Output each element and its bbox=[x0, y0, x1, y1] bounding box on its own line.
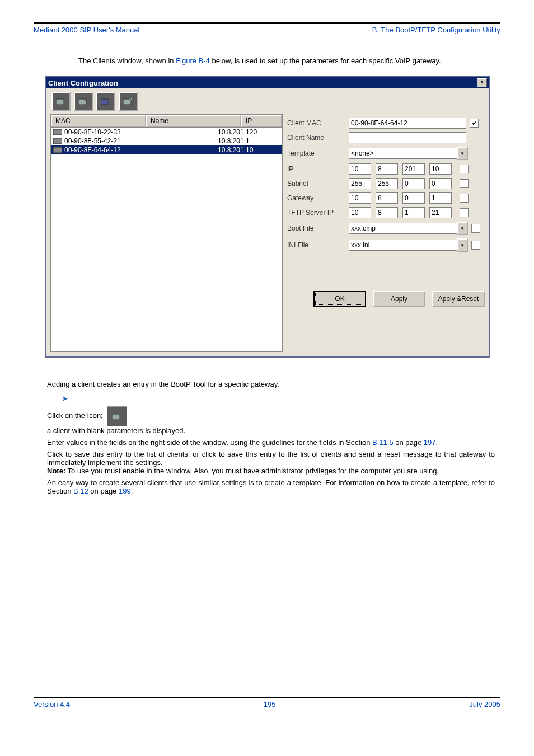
cell-ip: 10.8.201.120 bbox=[218, 128, 280, 136]
ini-file-label: INI File bbox=[287, 241, 349, 249]
figure-reference: Figure B-4 bbox=[176, 57, 210, 65]
cell-mac: 00-90-8F-10-22-33 bbox=[64, 128, 121, 136]
svg-rect-4 bbox=[101, 99, 109, 105]
subnet-checkbox[interactable] bbox=[460, 179, 469, 188]
note-d: window. Also, you must have administrato… bbox=[166, 467, 439, 475]
client-mac-checkbox[interactable]: ✔ bbox=[470, 119, 479, 128]
step1-b: Icon; bbox=[87, 411, 103, 420]
col-mac[interactable]: MAC bbox=[51, 115, 146, 127]
adding-paragraph: Adding a client creates an entry in the … bbox=[47, 380, 495, 388]
gateway-label: Gateway bbox=[287, 194, 349, 202]
boot-file-label: Boot File bbox=[287, 224, 349, 232]
add-client-icon[interactable]: + bbox=[51, 92, 71, 111]
col-ip[interactable]: IP bbox=[241, 115, 282, 127]
list-item[interactable]: 00-90-8F-64-64-12 10.8.201.10 bbox=[51, 145, 282, 154]
remove-client-icon[interactable]: - bbox=[74, 92, 93, 111]
gateway-a-input[interactable] bbox=[349, 192, 371, 204]
page-header: Mediant 2000 SIP User's Manual B. The Bo… bbox=[34, 26, 500, 34]
step2-a: Enter values in the fields on the right … bbox=[47, 438, 372, 447]
note-b: you must enable bbox=[91, 467, 147, 475]
ip-b-input[interactable] bbox=[376, 163, 398, 175]
svg-text:+: + bbox=[118, 412, 121, 418]
test-client-icon[interactable]: ? bbox=[119, 92, 138, 111]
svg-rect-9 bbox=[53, 147, 62, 153]
closing-b: on page bbox=[88, 487, 119, 495]
dialog-titlebar: Client Configuration × bbox=[46, 77, 489, 88]
cell-ip: 10.8.201.1 bbox=[218, 137, 280, 145]
cell-ip: 10.8.201.10 bbox=[218, 146, 280, 154]
chevron-down-icon[interactable]: ▼ bbox=[457, 238, 468, 252]
ini-file-checkbox[interactable] bbox=[471, 241, 480, 250]
step2-b: on page bbox=[394, 438, 424, 447]
intro-paragraph: The Clients window, shown in Figure B-4 … bbox=[78, 57, 500, 65]
svg-text:-: - bbox=[84, 97, 86, 103]
list-item[interactable]: 00-90-8F-10-22-33 10.8.201.120 bbox=[51, 128, 282, 137]
chevron-down-icon[interactable]: ▼ bbox=[457, 147, 468, 160]
boot-file-checkbox[interactable] bbox=[471, 224, 480, 233]
footer-version: Version 4.4 bbox=[34, 700, 70, 708]
page-link: 199 bbox=[119, 487, 131, 495]
tftp-b-input[interactable] bbox=[376, 207, 398, 218]
step1-a: Click on the bbox=[47, 411, 87, 420]
procedure-chevron-icon: ➤ bbox=[62, 394, 495, 403]
chevron-down-icon[interactable]: ▼ bbox=[457, 222, 468, 235]
header-left: Mediant 2000 SIP User's Manual bbox=[34, 26, 139, 34]
footer-page: 195 bbox=[264, 700, 276, 708]
note-c: in the bbox=[147, 467, 166, 475]
gateway-c-input[interactable] bbox=[402, 192, 425, 204]
svg-text:+: + bbox=[62, 97, 65, 103]
gateway-d-input[interactable] bbox=[429, 192, 452, 204]
tftp-label: TFTP Server IP bbox=[287, 209, 349, 217]
client-name-input[interactable] bbox=[349, 132, 466, 143]
apply-reset-button[interactable]: Apply & Reset bbox=[432, 291, 485, 307]
col-name[interactable]: Name bbox=[146, 115, 241, 127]
gateway-checkbox[interactable] bbox=[460, 194, 469, 203]
list-item[interactable]: 00-90-8F-55-42-21 10.8.201.1 bbox=[51, 137, 282, 145]
template-label: Template bbox=[287, 149, 349, 157]
card-icon bbox=[53, 129, 62, 135]
template-select[interactable] bbox=[349, 148, 457, 159]
note-label: Note: bbox=[47, 467, 65, 475]
client-mac-input[interactable] bbox=[349, 118, 466, 129]
tftp-checkbox[interactable] bbox=[460, 208, 469, 217]
close-icon[interactable]: × bbox=[477, 78, 487, 87]
page-footer: Version 4.4 195 July 2005 bbox=[34, 697, 500, 708]
ip-checkbox[interactable] bbox=[460, 165, 469, 173]
card-icon bbox=[53, 147, 62, 153]
subnet-b-input[interactable] bbox=[376, 178, 398, 189]
subnet-d-input[interactable] bbox=[429, 178, 452, 189]
step1-c: a client with blank parameters is displa… bbox=[47, 426, 185, 435]
client-mac-label: Client MAC bbox=[287, 119, 349, 127]
apply-button[interactable]: Apply bbox=[373, 291, 425, 307]
note-a: To use bbox=[65, 467, 91, 475]
card-icon bbox=[53, 138, 62, 144]
ini-file-select[interactable] bbox=[349, 240, 457, 251]
find-client-icon[interactable] bbox=[96, 92, 115, 111]
gateway-b-input[interactable] bbox=[376, 192, 398, 204]
closing-paragraph: An easy way to create several clients th… bbox=[47, 478, 495, 495]
client-name-label: Client Name bbox=[287, 134, 349, 142]
ip-a-input[interactable] bbox=[349, 163, 371, 175]
cell-mac: 00-90-8F-55-42-21 bbox=[64, 137, 121, 145]
subnet-c-input[interactable] bbox=[402, 178, 425, 189]
tftp-c-input[interactable] bbox=[402, 207, 425, 218]
boot-file-select[interactable] bbox=[349, 223, 457, 234]
subnet-a-input[interactable] bbox=[349, 178, 371, 189]
step-1: Click on the Icon; + a client with blank… bbox=[47, 406, 495, 435]
svg-rect-7 bbox=[53, 129, 62, 135]
subnet-label: Subnet bbox=[287, 180, 349, 187]
step-2: Enter values in the fields on the right … bbox=[47, 438, 495, 447]
list-header: MAC Name IP bbox=[50, 114, 283, 128]
client-list: MAC Name IP 00-90-8F-10-22-33 10.8.201.1… bbox=[50, 114, 283, 352]
dialog-toolbar: + - ? bbox=[46, 88, 489, 114]
ip-label: IP bbox=[287, 165, 349, 173]
tftp-a-input[interactable] bbox=[349, 207, 371, 218]
step3-a: Click bbox=[47, 450, 65, 458]
section-link: B.12 bbox=[73, 487, 88, 495]
intro-text-a: The Clients window, shown in bbox=[78, 57, 176, 65]
svg-text:?: ? bbox=[129, 97, 132, 104]
ip-c-input[interactable] bbox=[402, 163, 425, 175]
tftp-d-input[interactable] bbox=[429, 207, 452, 218]
ip-d-input[interactable] bbox=[429, 163, 452, 175]
ok-button[interactable]: OK bbox=[313, 291, 366, 307]
